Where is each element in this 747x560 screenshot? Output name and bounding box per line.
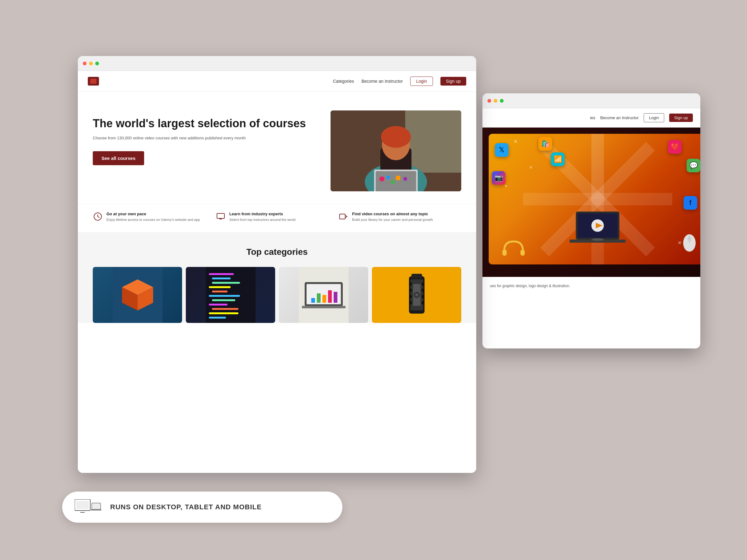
feature-item-experts: Learn from industry experts Select from … — [216, 212, 339, 222]
hero-image-placeholder — [331, 110, 461, 191]
svg-point-29 — [391, 180, 395, 184]
clock-icon — [93, 212, 103, 221]
feature-desc-experts: Select from top instructors around the w… — [229, 217, 296, 222]
business-svg — [299, 267, 349, 323]
svg-line-1 — [598, 146, 650, 199]
front-dot-yellow — [89, 61, 93, 65]
hero-text: The world's largest selection of courses… — [93, 110, 318, 165]
svg-rect-73 — [422, 283, 424, 286]
svg-rect-52 — [209, 304, 228, 305]
svg-line-34 — [98, 216, 99, 217]
hero-section: The world's largest selection of courses… — [78, 92, 476, 204]
course-illustration: 𝕏 📷 ❤️ 💬 f 🛍️ 📶 — [483, 128, 700, 277]
svg-rect-48 — [209, 286, 231, 288]
star-deco-2: ✕ — [529, 165, 533, 170]
bottom-bar: RUNS ON DESKTOP, TABLET AND MOBILE — [62, 491, 342, 523]
back-nav-categories[interactable]: ies — [590, 115, 595, 120]
front-browser-chrome — [78, 56, 476, 71]
categories-title: Top categories — [93, 247, 461, 257]
twitter-icon: 𝕏 — [495, 143, 509, 157]
categories-grid — [93, 267, 461, 323]
browser-content: Categories Become an Instructor Login Si… — [78, 71, 476, 473]
svg-rect-38 — [340, 214, 345, 219]
feature-title-experts: Learn from industry experts — [229, 212, 296, 216]
svg-rect-55 — [209, 317, 226, 319]
category-card-photo[interactable] — [372, 267, 461, 323]
scene: ies Become an Instructor Login Sign up — [47, 31, 700, 529]
svg-marker-39 — [345, 215, 347, 218]
svg-rect-86 — [93, 504, 100, 509]
svg-rect-14 — [503, 249, 507, 256]
login-button[interactable]: Login — [410, 77, 433, 86]
svg-point-28 — [386, 176, 390, 179]
back-login-button[interactable]: Login — [644, 113, 664, 122]
logo-inner — [90, 79, 97, 84]
bottom-bar-label: RUNS ON DESKTOP, TABLET AND MOBILE — [110, 503, 262, 511]
back-signup-button[interactable]: Sign up — [669, 113, 693, 122]
category-card-coding[interactable] — [186, 267, 275, 323]
star-deco-1: ✕ — [514, 138, 518, 144]
photo-svg — [392, 267, 442, 323]
features-section: Go at your own pace Enjoy lifetime acces… — [78, 204, 476, 232]
svg-rect-49 — [212, 291, 228, 292]
category-card-3d[interactable] — [93, 267, 182, 323]
svg-rect-77 — [411, 274, 422, 278]
svg-rect-82 — [76, 501, 89, 509]
svg-point-13 — [591, 238, 604, 241]
instagram-icon: 📷 — [492, 171, 506, 185]
video-icon — [338, 212, 348, 221]
svg-point-18 — [688, 236, 691, 241]
svg-rect-65 — [302, 306, 345, 308]
svg-point-80 — [415, 293, 418, 296]
svg-point-31 — [403, 177, 407, 181]
facebook-icon: f — [684, 196, 697, 210]
svg-rect-53 — [212, 308, 238, 310]
dot-yellow — [494, 99, 497, 103]
nav-become-instructor[interactable]: Become an Instructor — [361, 79, 403, 84]
svg-rect-74 — [422, 289, 424, 292]
chat-icon: 💬 — [687, 159, 700, 172]
svg-rect-46 — [212, 277, 231, 279]
hero-subtitle: Choose from 130,000 online video courses… — [93, 135, 318, 141]
dot-green — [500, 99, 504, 103]
logo — [88, 77, 99, 85]
svg-rect-87 — [91, 509, 101, 510]
navbar: Categories Become an Instructor Login Si… — [78, 71, 476, 92]
svg-rect-61 — [323, 295, 326, 303]
hero-bg-svg — [331, 110, 461, 191]
browser-front: Categories Become an Instructor Login Si… — [78, 56, 476, 473]
feature-desc-video: Build your library for your career and p… — [352, 217, 433, 222]
svg-rect-20 — [405, 110, 461, 173]
feature-item-video: Find video courses on almost any topic B… — [338, 212, 461, 222]
see-courses-button[interactable]: See all courses — [93, 151, 144, 165]
back-browser-chrome — [483, 93, 700, 108]
feature-desc-pace: Enjoy lifetime access to courses on Udem… — [106, 217, 200, 222]
svg-rect-35 — [217, 213, 225, 218]
dot-red — [487, 99, 491, 103]
svg-rect-45 — [209, 273, 234, 275]
svg-rect-60 — [317, 293, 320, 303]
3d-svg — [113, 267, 162, 323]
svg-rect-59 — [311, 298, 315, 303]
svg-rect-51 — [212, 299, 235, 301]
front-dot-red — [83, 61, 86, 65]
signup-button[interactable]: Sign up — [440, 77, 466, 85]
back-browser-nav: ies Become an Instructor Login Sign up — [483, 108, 700, 128]
category-card-business[interactable] — [279, 267, 368, 323]
svg-rect-15 — [520, 249, 525, 256]
heart-icon: ❤️ — [668, 140, 681, 154]
svg-rect-70 — [409, 289, 412, 292]
svg-point-24 — [381, 126, 411, 148]
devices-svg — [75, 499, 103, 515]
svg-point-27 — [380, 177, 384, 181]
laptop-svg — [566, 209, 629, 252]
back-nav-become-instructor[interactable]: Become an Instructor — [600, 115, 639, 120]
svg-rect-54 — [209, 312, 238, 314]
feature-title-video: Find video courses on almost any topic — [352, 212, 433, 216]
svg-rect-62 — [328, 290, 332, 303]
svg-rect-71 — [409, 295, 412, 298]
feature-item-pace: Go at your own pace Enjoy lifetime acces… — [93, 212, 216, 222]
mouse-icon — [681, 232, 697, 255]
nav-categories[interactable]: Categories — [333, 79, 354, 84]
feature-text-experts: Learn from industry experts Select from … — [229, 212, 296, 222]
